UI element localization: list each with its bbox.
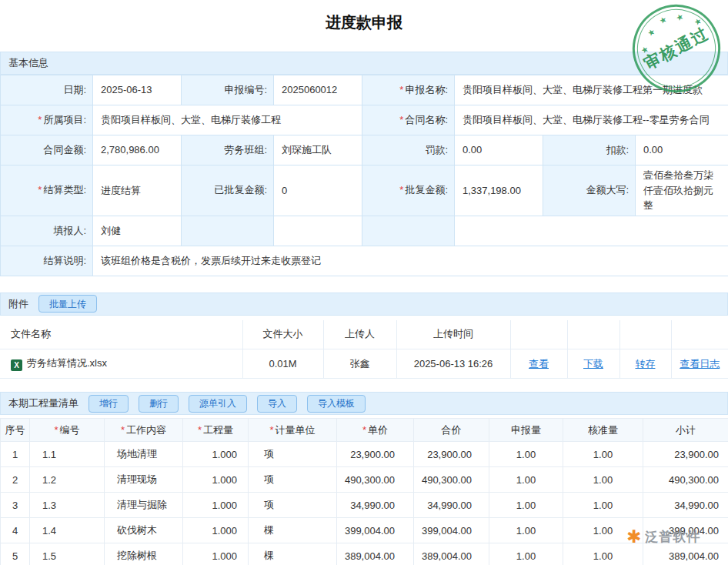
cell-quantity: 1.000: [183, 543, 249, 565]
col-header-unit: *计量单位: [249, 419, 337, 442]
import-button[interactable]: 导入: [257, 395, 297, 413]
amount-in-words-label: 金额大写:: [543, 165, 636, 216]
col-header-uploader: 上传人: [323, 320, 396, 349]
cell-code: 1.3: [30, 493, 105, 518]
approved-amount-value: 1,337,198.00: [455, 165, 543, 216]
settle-type-value: 进度结算: [93, 165, 182, 216]
project-label: *所属项目:: [1, 105, 93, 135]
cell-total-price: 389,004.00: [414, 543, 489, 565]
cell-approved-qty: 1.00: [563, 467, 643, 493]
attachments-header: 附件 批量上传: [0, 293, 728, 316]
file-actions-cell: 查看: [510, 349, 567, 379]
project-value: 贵阳项目样板间、大堂、电梯厅装修工程: [93, 105, 362, 135]
required-mark: *: [399, 84, 403, 95]
cell-subtotal: 34,990.00: [643, 493, 728, 518]
col-header-upload-time: 上传时间: [396, 320, 510, 349]
cell-unit-price: 34,990.00: [337, 493, 414, 518]
view-link[interactable]: 查看: [529, 358, 549, 369]
contract-amount-value: 2,780,986.00: [93, 135, 182, 165]
col-header-unit-price: *单价: [337, 419, 414, 442]
settle-note-label: 结算说明:: [1, 246, 93, 276]
cell-work-content: 挖除树根: [105, 543, 183, 565]
delete-row-button[interactable]: 删行: [139, 395, 179, 413]
upload-time-cell: 2025-06-13 16:26: [396, 349, 510, 379]
cell-approved-qty: 1.00: [563, 518, 643, 543]
basic-info-title: 基本信息: [8, 56, 48, 70]
cell-approved-qty: 1.00: [563, 493, 643, 518]
table-row: 日期: 2025-06-13 申报编号: 2025060012 *申报名称: 贵…: [1, 75, 728, 105]
cell-work-content: 清理与掘除: [105, 493, 183, 518]
progress-payment-declaration-page: 进度款申报 ★ ★ ★ ★ ★ 审核通过 基本信息 日期: 2025-06-13…: [0, 0, 728, 565]
penalty-value: 0.00: [455, 135, 543, 165]
cell-unit-price: 490,300.00: [337, 467, 414, 493]
col-header-subtotal: 小计: [643, 419, 728, 442]
required-mark: *: [121, 424, 125, 436]
deduction-label: 扣款:: [543, 135, 636, 165]
view-log-link[interactable]: 查看日志: [680, 358, 720, 369]
date-label: 日期:: [1, 75, 93, 105]
col-header-empty: [510, 320, 567, 349]
cell-seq: 5: [1, 543, 30, 565]
cell-seq: 3: [1, 493, 30, 518]
source-import-button[interactable]: 源单引入: [189, 395, 247, 413]
quantity-list-title: 本期工程量清单: [8, 396, 78, 410]
approved-amount-done-label: 已批复金额:: [182, 165, 274, 216]
cell-code: 1.5: [30, 543, 105, 565]
basic-info-table: 日期: 2025-06-13 申报编号: 2025060012 *申报名称: 贵…: [0, 75, 728, 276]
col-header-empty: [567, 320, 619, 349]
empty-cell: [362, 216, 455, 246]
basic-info-header: 基本信息: [0, 52, 728, 75]
add-row-button[interactable]: 增行: [88, 395, 129, 413]
cell-code: 1.2: [30, 467, 105, 493]
deduction-value: 0.00: [636, 135, 728, 165]
import-template-button[interactable]: 导入模板: [307, 395, 366, 413]
table-row: *结算类型: 进度结算 已批复金额: 0 *批复金额: 1,337,198.00…: [1, 165, 728, 216]
required-mark: *: [198, 424, 202, 436]
declare-no-value: 2025060012: [274, 75, 362, 105]
quantity-list-header: 本期工程量清单 增行 删行 源单引入 导入 导入模板: [0, 392, 728, 415]
download-link[interactable]: 下载: [583, 358, 603, 369]
cell-code: 1.1: [30, 442, 105, 467]
required-mark: *: [38, 184, 42, 196]
cell-approved-qty: 1.00: [563, 442, 643, 467]
declare-no-label: 申报编号:: [182, 75, 274, 105]
cell-total-price: 399,004.00: [414, 518, 489, 543]
col-header-file-name: 文件名称: [0, 320, 242, 349]
approved-amount-label: *批复金额:: [362, 165, 455, 216]
col-header-file-size: 文件大小: [242, 320, 323, 349]
batch-upload-button[interactable]: 批量上传: [38, 295, 97, 313]
cell-declared-qty: 1.00: [489, 467, 563, 493]
quantity-table: 序号 *编号 *工作内容 *工程量 *计量单位 *单价 合价 申报量 核准量 小…: [0, 418, 728, 565]
file-actions-cell: 下载: [567, 349, 619, 379]
table-row: 2 1.2 清理现场 1.000 项 490,300.00 490,300.00…: [1, 467, 728, 493]
cell-seq: 2: [1, 467, 30, 493]
contract-name-label: *合同名称:: [362, 105, 455, 135]
excel-icon: X: [11, 359, 22, 371]
empty-cell: [455, 216, 728, 246]
cell-unit: 项: [249, 442, 337, 467]
required-mark: *: [38, 114, 42, 125]
col-header-declared-qty: 申报量: [489, 419, 563, 442]
col-header-code: *编号: [30, 419, 105, 442]
cell-declared-qty: 1.00: [489, 543, 563, 565]
cell-unit: 棵: [249, 543, 337, 565]
cell-unit: 项: [249, 467, 337, 493]
cell-declared-qty: 1.00: [489, 493, 563, 518]
cell-seq: 4: [1, 518, 30, 543]
empty-cell: [182, 216, 274, 246]
attachments-table: 文件名称 文件大小 上传人 上传时间 X劳务结算情况.xlsx 0.01M 张鑫…: [0, 320, 728, 379]
file-size-cell: 0.01M: [242, 349, 323, 379]
table-row: 填报人: 刘健: [1, 216, 728, 246]
cell-code: 1.4: [30, 518, 105, 543]
file-actions-cell: 查看日志: [671, 349, 728, 379]
attachments-title: 附件: [8, 297, 28, 311]
transfer-link[interactable]: 转存: [636, 358, 656, 369]
declare-name-value: 贵阳项目样板间、大堂、电梯厅装修工程第一期进度款: [455, 75, 728, 105]
filler-value: 刘健: [93, 216, 182, 246]
cell-subtotal: 389,004.00: [643, 543, 728, 565]
cell-unit: 棵: [249, 518, 337, 543]
required-mark: *: [399, 114, 403, 125]
table-header-row: 文件名称 文件大小 上传人 上传时间: [0, 320, 728, 349]
cell-work-content: 清理现场: [105, 467, 183, 493]
file-name-cell: X劳务结算情况.xlsx: [0, 349, 242, 379]
